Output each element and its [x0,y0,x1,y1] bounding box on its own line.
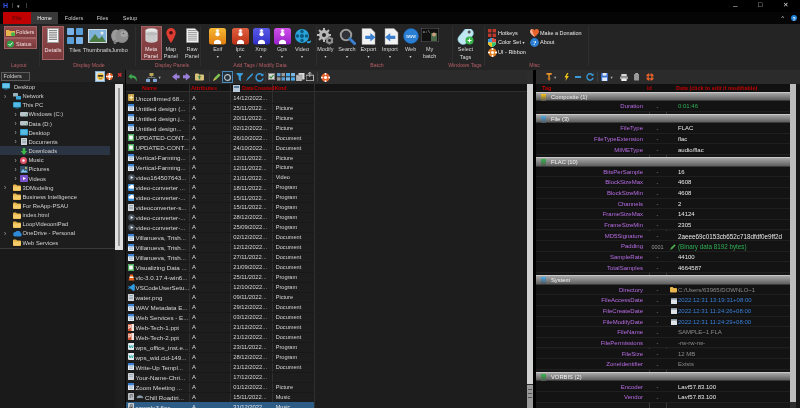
svg-text:P: P [128,325,131,330]
svg-text:P: P [128,335,131,340]
svg-text:C:\: C:\ [423,30,431,34]
svg-text:www: www [406,34,416,39]
